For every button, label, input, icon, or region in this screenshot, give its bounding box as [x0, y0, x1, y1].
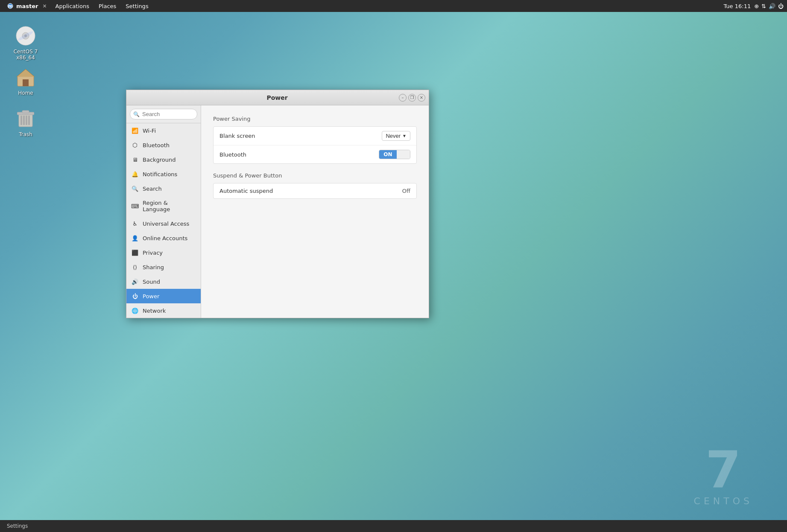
cdrom-svg	[15, 26, 36, 46]
sidebar-item-network-label: Network	[143, 308, 166, 314]
suspend-title: Suspend & Power Button	[213, 172, 417, 179]
power-tray-icon[interactable]: ⏻	[778, 3, 784, 9]
trash-icon	[15, 108, 37, 130]
sidebar-item-region[interactable]: ⌨ Region & Language	[126, 196, 201, 216]
desktop-icon-cdrom[interactable]: CentOS 7 x86_64	[9, 25, 43, 61]
sidebar-item-power[interactable]: ⏻ Power	[126, 289, 201, 303]
desktop-icon-home[interactable]: Home	[9, 66, 43, 96]
bluetooth-row-label: Bluetooth	[219, 151, 246, 158]
sound-icon: 🔊	[132, 278, 138, 285]
blank-screen-dropdown[interactable]: Never ▼	[382, 131, 410, 141]
blank-screen-value: Never	[386, 133, 401, 139]
taskbar-right: Tue 16:11 ⊕ ⇅ 🔊 ⏻	[723, 3, 784, 9]
taskbar-left: m master × Applications Places Settings	[3, 2, 153, 10]
sidebar-item-bluetooth[interactable]: ⬡ Bluetooth	[126, 138, 201, 152]
accessibility-icon[interactable]: ⊕	[754, 3, 759, 9]
region-icon: ⌨	[132, 203, 138, 209]
blank-screen-row: Blank screen Never ▼	[214, 127, 416, 145]
sidebar-item-search[interactable]: 🔍 Search	[126, 181, 201, 196]
blank-screen-label: Blank screen	[219, 133, 255, 139]
sidebar-item-sharing[interactable]: ⟨⟩ Sharing	[126, 260, 201, 274]
settings-window: Power – ❐ × 🔍 Wi-Fi ⬡	[126, 90, 429, 318]
app-menu-button[interactable]: m master ×	[3, 2, 50, 10]
access-icon: ♿	[132, 220, 138, 227]
sidebar-search-area: 🔍	[126, 105, 201, 123]
toggle-on-label: ON	[379, 150, 396, 159]
home-label: Home	[18, 90, 33, 96]
sidebar-item-sharing-label: Sharing	[143, 264, 164, 270]
desktop-icon-trash[interactable]: Trash	[9, 108, 43, 137]
app-menu-label: master	[16, 3, 38, 9]
sidebar-item-power-label: Power	[143, 293, 159, 299]
applications-menu[interactable]: Applications	[51, 2, 94, 10]
sidebar-item-background[interactable]: 🖥 Background	[126, 152, 201, 167]
gnome-logo-icon: m	[7, 3, 14, 9]
close-button[interactable]: ×	[418, 94, 425, 102]
window-body: 🔍 Wi-Fi ⬡ Bluetooth 🖥 Background	[126, 105, 429, 318]
sidebar-item-background-label: Background	[143, 157, 176, 163]
centos-version-number: 7	[694, 445, 753, 496]
bluetooth-toggle[interactable]: ON	[379, 150, 410, 159]
svg-text:m: m	[8, 4, 12, 9]
cdrom-icon	[15, 25, 37, 47]
sidebar-list: Wi-Fi ⬡ Bluetooth 🖥 Background 🔔 Notific…	[126, 123, 201, 318]
maximize-button[interactable]: ❐	[408, 94, 416, 102]
privacy-icon: ⬛	[132, 249, 138, 256]
search-input[interactable]	[130, 109, 197, 119]
sidebar-item-access-label: Universal Access	[143, 221, 189, 227]
sidebar-item-privacy[interactable]: ⬛ Privacy	[126, 245, 201, 260]
window-title: Power	[155, 94, 399, 101]
clock: Tue 16:11	[723, 3, 751, 9]
sidebar-item-notifications[interactable]: 🔔 Notifications	[126, 167, 201, 181]
app-menu-close[interactable]: ×	[43, 3, 47, 9]
sidebar-item-access[interactable]: ♿ Universal Access	[126, 216, 201, 231]
svg-rect-14	[22, 110, 29, 113]
network-icon: 🌐	[132, 307, 138, 314]
sidebar-item-region-label: Region & Language	[143, 200, 196, 212]
network-tray-icon[interactable]: ⇅	[761, 3, 766, 9]
auto-suspend-label: Automatic suspend	[219, 188, 273, 194]
cdrom-label: CentOS 7 x86_64	[9, 49, 43, 61]
window-titlebar: Power – ❐ ×	[126, 90, 429, 105]
search-icon: 🔍	[133, 111, 140, 117]
wifi-icon	[132, 127, 138, 134]
sharing-icon: ⟨⟩	[132, 264, 138, 270]
sidebar-item-bluetooth-label: Bluetooth	[143, 142, 170, 148]
bluetooth-row: Bluetooth ON	[214, 145, 416, 163]
bottom-taskbar: Settings	[0, 520, 787, 532]
svg-rect-12	[28, 116, 30, 125]
trash-svg	[17, 109, 34, 128]
sidebar-item-network[interactable]: 🌐 Network	[126, 303, 201, 318]
home-icon	[15, 66, 37, 88]
svg-rect-7	[23, 79, 29, 86]
centos-watermark: 7 CENTOS	[694, 445, 753, 506]
svg-rect-11	[26, 116, 27, 125]
places-menu[interactable]: Places	[94, 2, 120, 10]
power-icon: ⏻	[132, 293, 138, 299]
home-svg	[16, 67, 35, 87]
auto-suspend-row[interactable]: Automatic suspend Off	[214, 183, 416, 198]
sidebar-item-privacy-label: Privacy	[143, 250, 163, 256]
system-menu[interactable]: Settings	[121, 2, 152, 10]
auto-suspend-value: Off	[402, 188, 410, 194]
sidebar-item-notifications-label: Notifications	[143, 171, 177, 177]
suspend-group: Automatic suspend Off	[213, 183, 417, 199]
search-wrapper: 🔍	[130, 109, 197, 119]
svg-rect-9	[20, 116, 22, 125]
main-panel: Power Saving Blank screen Never ▼ Blueto…	[201, 105, 429, 318]
system-tray: ⊕ ⇅ 🔊 ⏻	[754, 3, 784, 9]
svg-rect-10	[23, 116, 25, 125]
power-saving-title: Power Saving	[213, 116, 417, 122]
bottom-settings-item[interactable]: Settings	[3, 522, 31, 530]
sidebar-item-sound[interactable]: 🔊 Sound	[126, 274, 201, 289]
window-controls: – ❐ ×	[399, 94, 425, 102]
minimize-button[interactable]: –	[399, 94, 407, 102]
volume-tray-icon[interactable]: 🔊	[769, 3, 775, 9]
trash-label: Trash	[19, 131, 32, 137]
sidebar-item-accounts[interactable]: 👤 Online Accounts	[126, 231, 201, 245]
toggle-off-label	[397, 150, 410, 159]
sidebar-item-wifi[interactable]: Wi-Fi	[126, 123, 201, 138]
bluetooth-icon: ⬡	[132, 142, 138, 148]
background-icon: 🖥	[132, 156, 138, 163]
sidebar-item-accounts-label: Online Accounts	[143, 235, 187, 241]
